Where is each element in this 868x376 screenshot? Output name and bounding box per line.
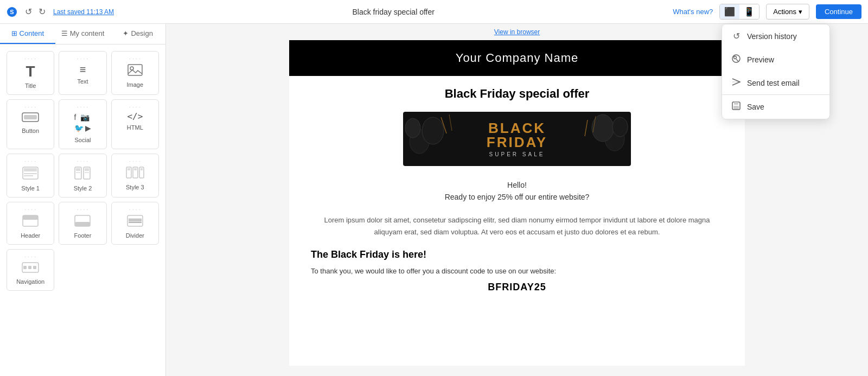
my-content-tab-icon: ☰ [61,29,68,37]
version-history-label: Version history [747,32,797,41]
svg-rect-23 [23,215,38,220]
text-icon: ≡ [80,64,86,75]
footer-icon [74,215,91,229]
svg-rect-49 [734,102,738,105]
style1-block-label: Style 1 [21,185,40,192]
svg-rect-21 [141,168,143,170]
hello-line2: Ready to enjoy 25% off our entire websit… [311,191,723,203]
svg-point-36 [405,118,420,138]
text-block-label: Text [77,78,88,85]
block-style1[interactable]: · · · · Style 1 [7,154,54,197]
style3-icon [126,167,144,181]
actions-chevron-icon: ▾ [799,8,802,16]
sidebar-tabs: ⊞ Content ☰ My content ✦ Design [0,24,165,44]
design-tab-icon: ✦ [123,29,129,37]
company-name: Your Company Name [300,51,734,65]
svg-rect-12 [76,168,80,171]
actions-label: Actions [773,8,796,16]
social-block-label: Social [75,137,91,143]
lorem-text: Lorem ipsum dolor sit amet, consetetur s… [311,214,723,238]
svg-point-35 [422,117,444,144]
svg-rect-2 [128,65,142,75]
svg-rect-31 [23,266,27,269]
hello-text: Hello! Ready to enjoy 25% off our entire… [311,179,723,203]
preview-label: Preview [747,55,774,64]
block-text[interactable]: · · · · ≡ Text [59,51,106,95]
topbar: S ↺ ↻ Last saved 11:13 AM Black friday s… [0,0,868,24]
svg-rect-20 [134,168,137,170]
send-test-email-icon [731,78,742,88]
preview-item[interactable]: Preview [722,48,829,72]
svg-point-3 [130,67,133,70]
tab-content[interactable]: ⊞ Content [0,24,55,44]
email-canvas: Your Company Name Black Friday special o… [289,40,745,366]
header-icon [22,215,39,229]
style2-block-label: Style 2 [74,185,92,192]
banner-black: BLACK [487,121,547,135]
block-header[interactable]: · · · · Header [7,202,54,245]
block-button[interactable]: · · · · Button [7,99,54,149]
header-block-label: Header [21,232,40,239]
block-style2[interactable]: · · · · Style 2 [59,154,106,197]
svg-rect-19 [127,168,130,170]
block-style3[interactable]: · · · · Style 3 [111,154,159,197]
logo-icon: S [7,7,17,17]
svg-line-46 [736,59,738,61]
sidebar: ⊞ Content ☰ My content ✦ Design · · · · … [0,24,166,376]
block-navigation[interactable]: · · · · Navigation [7,249,54,291]
save-icon [731,101,742,112]
content-tab-label: Content [20,29,44,37]
footer-block-label: Footer [74,232,92,239]
button-block-label: Button [22,128,39,134]
svg-rect-32 [28,266,31,269]
svg-text:S: S [10,9,14,15]
button-icon [22,112,39,124]
version-history-item[interactable]: ↺ Version history [722,24,829,48]
tab-design[interactable]: ✦ Design [110,24,165,44]
last-saved[interactable]: Last saved 11:13 AM [53,8,114,16]
email-body: Black Friday special offer [289,76,745,304]
whats-new-link[interactable]: What's new? [673,8,713,16]
mobile-view-button[interactable]: 📱 [739,4,759,19]
design-tab-label: Design [131,29,152,37]
preview-icon [731,54,742,65]
desktop-view-button[interactable]: ⬛ [720,4,739,19]
email-main-title: Black Friday special offer [311,87,723,101]
svg-rect-25 [75,222,90,226]
block-social[interactable]: · · · · f 📷 🐦 ▶ Social [59,99,106,149]
block-title[interactable]: · · · · T Title [7,51,54,95]
black-friday-banner: BLACK FRIDAY SUPER SALE [403,112,631,166]
send-test-email-item[interactable]: Send test email [722,72,829,94]
undo-button[interactable]: ↺ [23,5,34,18]
tab-my-content[interactable]: ☰ My content [55,24,111,44]
title-block-label: Title [25,82,36,89]
svg-point-39 [612,117,628,137]
redo-button[interactable]: ↻ [36,5,48,18]
save-item[interactable]: Save [722,95,829,119]
topbar-right: What's new? ⬛ 📱 Actions ▾ Continue [673,4,861,20]
promo-code: BFRIDAY25 [311,282,723,293]
block-image[interactable]: · · · · Image [111,51,159,95]
svg-rect-50 [733,106,739,109]
html-block-label: HTML [127,124,143,131]
email-header-band: Your Company Name [289,40,745,76]
device-toggle: ⬛ 📱 [719,4,760,20]
html-icon: </> [127,112,143,121]
undo-redo-group: ↺ ↻ [23,5,48,18]
actions-dropdown-menu: ↺ Version history Preview Send test emai… [722,24,830,119]
blocks-grid: · · · · T Title · · · · ≡ Text · · · · I… [0,44,165,297]
save-label: Save [747,103,764,111]
title-icon: T [26,64,35,79]
version-history-icon: ↺ [731,31,742,41]
divider-icon [127,215,143,229]
style2-icon [74,167,91,182]
block-divider[interactable]: · · · · Divider [111,202,159,245]
topbar-left: S ↺ ↻ Last saved 11:13 AM [7,5,114,18]
block-footer[interactable]: · · · · Footer [59,202,106,245]
banner-friday: FRIDAY [487,135,547,149]
style3-block-label: Style 3 [126,184,144,190]
divider-block-label: Divider [126,232,144,239]
continue-button[interactable]: Continue [816,4,861,19]
actions-button[interactable]: Actions ▾ [766,4,809,20]
block-html[interactable]: · · · · </> HTML [111,99,159,149]
